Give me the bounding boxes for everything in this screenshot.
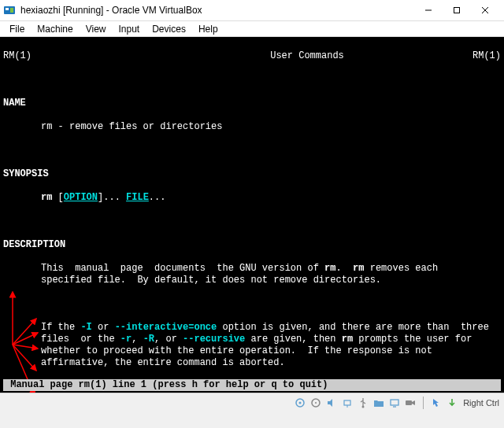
hdd-icon[interactable] bbox=[294, 397, 306, 409]
svg-point-14 bbox=[299, 401, 302, 404]
app-icon bbox=[3, 4, 16, 17]
network-icon[interactable] bbox=[341, 397, 354, 409]
host-key-label: Right Ctrl bbox=[463, 398, 499, 408]
maximize-button[interactable] bbox=[443, 1, 471, 20]
svg-rect-17 bbox=[344, 400, 350, 405]
close-button[interactable] bbox=[471, 1, 499, 20]
usb-icon[interactable] bbox=[357, 397, 369, 409]
name-line: rm - remove files or directories bbox=[3, 121, 501, 133]
svg-point-19 bbox=[362, 405, 365, 408]
man-header-right: RM(1) bbox=[454, 50, 501, 62]
man-header-center: User Commands bbox=[161, 50, 454, 62]
window-title: hexiaozhi [Running] - Oracle VM VirtualB… bbox=[20, 5, 414, 16]
keyboard-capture-icon[interactable] bbox=[446, 397, 458, 409]
man-statusline: Manual page rm(1) line 1 (press h for he… bbox=[3, 379, 501, 391]
menu-file[interactable]: File bbox=[3, 22, 31, 36]
section-name: NAME bbox=[3, 98, 501, 109]
man-header-left: RM(1) bbox=[3, 50, 161, 62]
statusbar: Right Ctrl bbox=[0, 393, 504, 411]
minimize-button[interactable] bbox=[414, 1, 443, 20]
terminal[interactable]: RM(1)User CommandsRM(1) NAME rm - remove… bbox=[0, 37, 504, 393]
svg-point-16 bbox=[315, 402, 317, 404]
section-description: DESCRIPTION bbox=[3, 239, 501, 251]
section-synopsis: SYNOPSIS bbox=[3, 168, 501, 180]
mouse-integration-icon[interactable] bbox=[430, 397, 443, 409]
audio-icon[interactable] bbox=[325, 397, 338, 409]
window-controls bbox=[414, 1, 499, 20]
menu-input[interactable]: Input bbox=[113, 22, 146, 36]
svg-rect-2 bbox=[10, 8, 13, 13]
menu-help[interactable]: Help bbox=[192, 22, 224, 36]
menu-view[interactable]: View bbox=[80, 22, 113, 36]
svg-rect-22 bbox=[406, 400, 412, 405]
display-icon[interactable] bbox=[388, 397, 401, 409]
svg-rect-20 bbox=[391, 400, 398, 405]
statusbar-separator bbox=[423, 397, 424, 409]
menu-devices[interactable]: Devices bbox=[146, 22, 192, 36]
menubar: File Machine View Input Devices Help bbox=[0, 21, 504, 37]
svg-rect-1 bbox=[6, 8, 9, 10]
recording-icon[interactable] bbox=[404, 397, 417, 409]
titlebar: hexiaozhi [Running] - Oracle VM VirtualB… bbox=[0, 0, 504, 21]
shared-folder-icon[interactable] bbox=[372, 397, 385, 409]
optical-icon[interactable] bbox=[309, 397, 322, 409]
svg-rect-4 bbox=[454, 8, 460, 13]
menu-machine[interactable]: Machine bbox=[31, 22, 79, 36]
